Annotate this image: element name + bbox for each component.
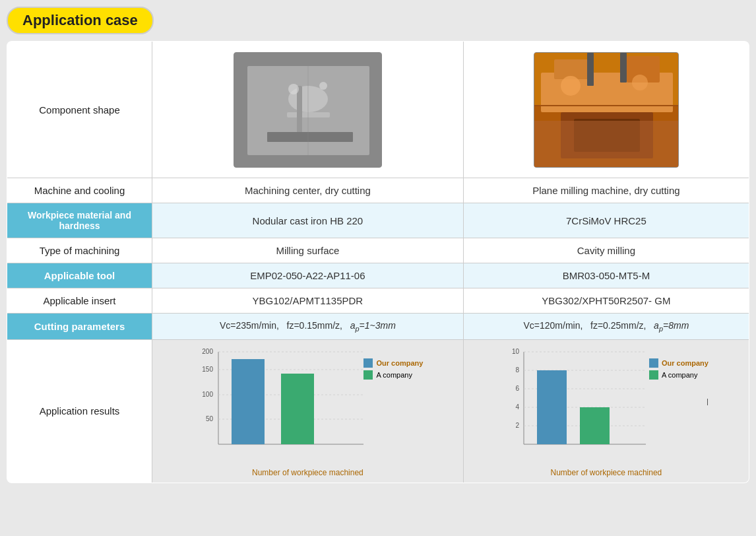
application-results-label: Application results bbox=[7, 339, 152, 483]
type-machining-row: Type of machining Milling surface Cavity… bbox=[7, 238, 749, 263]
chart-cell-1: 50 100 150 200 bbox=[152, 339, 464, 483]
svg-point-16 bbox=[561, 76, 581, 96]
cutting-parameters-label: Cutting parameters bbox=[7, 314, 152, 340]
svg-text:10: 10 bbox=[512, 348, 520, 355]
legend-a-company-2: A company bbox=[649, 370, 709, 380]
application-results-row: Application results 50 100 150 bbox=[7, 339, 749, 483]
chart1-label: Number of workpiece machined bbox=[158, 468, 458, 477]
applicable-insert-col2: YBG302/XPHT50R2507- GM bbox=[463, 288, 749, 314]
svg-text:4: 4 bbox=[515, 403, 519, 411]
bar-chart-2: 2 4 6 8 10 bbox=[501, 345, 672, 464]
machine-cooling-label: Machine and cooling bbox=[7, 178, 152, 203]
legend-a-company-1: A company bbox=[363, 370, 423, 380]
fz-2: fz=0.25mm/z, bbox=[590, 320, 646, 331]
vc-1: Vc=235m/min, bbox=[220, 320, 279, 331]
svg-rect-45 bbox=[537, 370, 567, 444]
svg-point-5 bbox=[288, 84, 299, 94]
svg-text:200: 200 bbox=[203, 348, 214, 355]
workpiece-material-label: Workpiece material and hardness bbox=[7, 203, 152, 238]
svg-rect-15 bbox=[574, 119, 640, 152]
svg-rect-46 bbox=[580, 407, 610, 444]
svg-text:2: 2 bbox=[515, 422, 519, 429]
svg-rect-19 bbox=[587, 53, 594, 86]
machine-cooling-row: Machine and cooling Machining center, dr… bbox=[7, 178, 749, 203]
svg-text:150: 150 bbox=[203, 366, 214, 373]
bar-chart-1: 50 100 150 200 bbox=[192, 345, 377, 464]
workpiece-material-row: Workpiece material and hardness Nodular … bbox=[7, 203, 749, 238]
cutting-parameters-row: Cutting parameters Vc=235m/min, fz=0.15m… bbox=[7, 314, 749, 340]
svg-point-17 bbox=[632, 75, 648, 90]
type-machining-col1: Milling surface bbox=[152, 238, 464, 263]
applicable-tool-label: Applicable tool bbox=[7, 263, 152, 288]
svg-point-6 bbox=[319, 82, 327, 90]
photo-2 bbox=[534, 52, 679, 168]
vc-2: Vc=120m/min, bbox=[523, 320, 583, 331]
ap-2: ap=8mm bbox=[654, 320, 689, 331]
svg-rect-20 bbox=[620, 53, 627, 83]
legend-our-company-2: Our company bbox=[649, 358, 709, 368]
legend-our-company-1: Our company bbox=[363, 358, 423, 368]
divider-line: | bbox=[707, 398, 709, 405]
cutting-params-col2: Vc=120m/min, fz=0.25mm/z, ap=8mm bbox=[463, 314, 749, 340]
chart2-label: Number of workpiece machined bbox=[469, 468, 743, 477]
svg-rect-32 bbox=[281, 374, 314, 444]
component-image-1 bbox=[152, 42, 464, 178]
workpiece-material-col2: 7CrSiMoV HRC25 bbox=[463, 203, 749, 238]
applicable-insert-col1: YBG102/APMT1135PDR bbox=[152, 288, 464, 314]
photo-1 bbox=[234, 52, 382, 168]
page-title: Application case bbox=[7, 7, 154, 34]
cutting-params-col1: Vc=235m/min, fz=0.15mm/z, ap=1~3mm bbox=[152, 314, 464, 340]
type-machining-col2: Cavity milling bbox=[463, 238, 749, 263]
applicable-tool-col1: EMP02-050-A22-AP11-06 bbox=[152, 263, 464, 288]
applicable-insert-label: Applicable insert bbox=[7, 288, 152, 314]
svg-text:100: 100 bbox=[203, 391, 214, 398]
applicable-tool-row: Applicable tool EMP02-050-A22-AP11-06 BM… bbox=[7, 263, 749, 288]
ap-1: ap=1~3mm bbox=[350, 320, 396, 331]
workpiece-material-col1: Nodular cast iron HB 220 bbox=[152, 203, 464, 238]
svg-rect-4 bbox=[297, 86, 302, 139]
component-shape-row: Component shape bbox=[7, 42, 749, 178]
type-machining-label: Type of machining bbox=[7, 238, 152, 263]
applicable-insert-row: Applicable insert YBG102/APMT1135PDR YBG… bbox=[7, 288, 749, 314]
svg-rect-31 bbox=[232, 359, 265, 444]
machine-cooling-col2: Plane milling machine, dry cutting bbox=[463, 178, 749, 203]
svg-text:6: 6 bbox=[515, 385, 519, 392]
machine-cooling-col1: Machining center, dry cutting bbox=[152, 178, 464, 203]
svg-text:8: 8 bbox=[515, 366, 519, 374]
chart-cell-2: 2 4 6 8 10 bbox=[463, 339, 749, 483]
fz-1: fz=0.15mm/z, bbox=[287, 320, 342, 331]
component-image-2 bbox=[463, 42, 749, 178]
svg-text:50: 50 bbox=[206, 415, 214, 422]
component-shape-label: Component shape bbox=[7, 42, 152, 178]
svg-rect-7 bbox=[267, 132, 353, 142]
applicable-tool-col2: BMR03-050-MT5-M bbox=[463, 263, 749, 288]
